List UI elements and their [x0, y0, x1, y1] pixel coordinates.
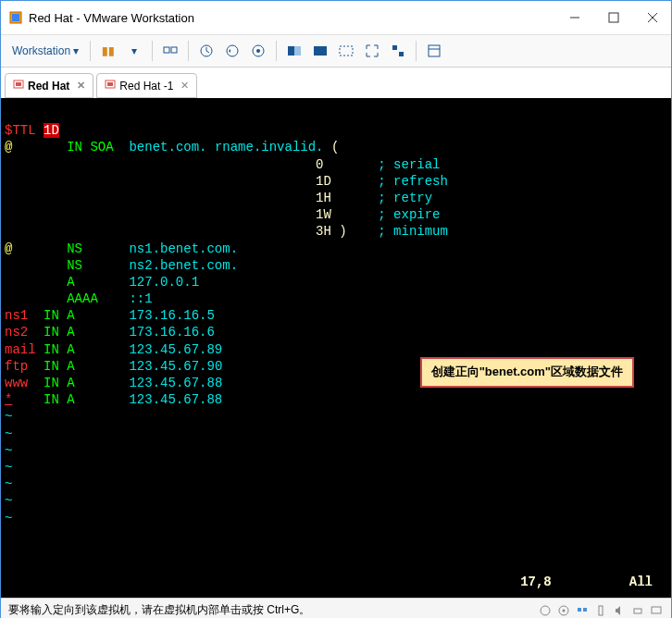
separator — [188, 41, 189, 61]
svg-point-11 — [256, 49, 260, 53]
soa-minimum: 3H ) — [316, 224, 347, 239]
revert-snapshot-button[interactable] — [220, 39, 244, 63]
svg-point-26 — [563, 609, 566, 612]
power-dropdown-button[interactable]: ▾ — [122, 39, 146, 63]
tab-close-icon[interactable]: ✕ — [77, 80, 85, 92]
rec-data: ns2.benet.com. — [129, 258, 238, 273]
tilde: ~ — [5, 443, 12, 458]
cd-icon[interactable] — [556, 603, 571, 618]
statusbar-hint: 要将输入定向到该虚拟机，请在虚拟机内部单击或按 Ctrl+G。 — [8, 602, 310, 618]
close-button[interactable] — [641, 6, 664, 29]
statusbar: 要将输入定向到该虚拟机，请在虚拟机内部单击或按 Ctrl+G。 — [1, 598, 671, 618]
disk-icon[interactable] — [538, 603, 553, 618]
tilde: ~ — [5, 511, 12, 525]
tab-close-icon[interactable]: ✕ — [180, 80, 189, 92]
rec-data: 123.45.67.90 — [129, 359, 222, 374]
rec-data: 123.45.67.89 — [129, 342, 222, 357]
soa-domain: benet.com. — [129, 140, 206, 154]
maximize-button[interactable] — [603, 6, 625, 29]
network-icon[interactable] — [575, 603, 590, 618]
svg-rect-3 — [609, 13, 618, 22]
soa-rname: rname.invalid. — [215, 140, 324, 154]
printer-icon[interactable] — [630, 603, 645, 618]
svg-rect-29 — [599, 606, 603, 615]
rec-type: AAAA — [67, 291, 98, 306]
sound-icon[interactable] — [612, 603, 627, 618]
terminal-console[interactable]: $TTL 1D @ IN SOA benet.com. rname.invali… — [1, 98, 671, 598]
usb-icon[interactable] — [593, 603, 608, 618]
send-keys-button[interactable] — [158, 39, 182, 63]
tab-vm-icon — [105, 79, 116, 93]
rec-owner: @ — [5, 241, 12, 256]
soa-owner: @ — [5, 140, 12, 154]
pause-button[interactable]: ▮▮ — [96, 39, 120, 63]
svg-rect-16 — [392, 45, 397, 50]
rec-type: A — [67, 325, 74, 340]
manage-snapshot-button[interactable] — [246, 39, 270, 63]
view-console-button[interactable] — [282, 39, 306, 63]
separator — [152, 41, 153, 61]
rec-type: A — [67, 275, 74, 290]
soa-in: IN — [67, 140, 82, 154]
separator — [90, 41, 91, 61]
tab-label: Red Hat -1 — [119, 80, 173, 93]
rec-in: IN — [44, 308, 59, 323]
rec-data: 123.45.67.88 — [129, 392, 222, 407]
rec-in: IN — [44, 359, 59, 374]
soa-refresh-comment: ; refresh — [378, 174, 448, 189]
rec-data: ::1 — [129, 291, 152, 306]
svg-rect-23 — [107, 82, 113, 86]
tab-redhat-1[interactable]: Red Hat -1 ✕ — [96, 73, 197, 98]
svg-rect-31 — [652, 607, 661, 613]
titlebar: Red Hat - VMware Workstation — [1, 1, 671, 35]
soa-expire: 1W — [316, 207, 331, 222]
rec-type: A — [67, 392, 74, 407]
rec-owner: * — [5, 392, 12, 407]
annotation-callout: 创建正向"benet.com"区域数据文件 — [420, 357, 634, 388]
rec-in: IN — [44, 392, 59, 407]
app-icon — [8, 10, 23, 25]
rec-data: 173.16.16.6 — [129, 325, 214, 340]
rec-in: IN — [44, 376, 59, 390]
svg-rect-13 — [294, 46, 301, 56]
soa-type: SOA — [90, 140, 113, 154]
svg-point-9 — [227, 45, 238, 56]
svg-rect-17 — [399, 52, 404, 56]
rec-owner: mail — [5, 342, 36, 357]
soa-retry-comment: ; retry — [378, 191, 432, 205]
soa-refresh: 1D — [316, 174, 331, 189]
rec-data: 127.0.0.1 — [129, 275, 199, 290]
tab-redhat[interactable]: Red Hat ✕ — [5, 73, 93, 98]
svg-rect-14 — [314, 46, 327, 56]
view-thumbnail-button[interactable] — [308, 39, 332, 63]
unity-button[interactable] — [386, 39, 410, 63]
rec-type: A — [67, 308, 74, 323]
soa-retry: 1H — [316, 191, 331, 205]
rec-type: A — [67, 342, 74, 357]
tab-label: Red Hat — [28, 80, 69, 93]
svg-rect-30 — [634, 609, 641, 613]
fullscreen-button[interactable] — [360, 39, 384, 63]
rec-data: 173.16.16.5 — [129, 308, 214, 323]
rec-in: IN — [44, 342, 59, 357]
svg-rect-28 — [583, 608, 587, 612]
window-title: Red Hat - VMware Workstation — [29, 11, 564, 25]
cursor-position: 17,8 — [520, 575, 552, 589]
rec-owner: ftp — [5, 359, 28, 374]
snapshot-button[interactable] — [194, 39, 218, 63]
soa-serial: 0 — [316, 157, 323, 172]
library-button[interactable] — [422, 39, 446, 63]
ttl-value: 1D — [44, 123, 59, 138]
svg-point-24 — [541, 606, 550, 615]
workstation-menu-label: Workstation — [12, 44, 70, 57]
rec-data: 123.45.67.88 — [129, 376, 222, 390]
soa-expire-comment: ; expire — [378, 207, 440, 222]
workstation-menu[interactable]: Workstation ▾ — [6, 41, 84, 61]
rec-type: NS — [67, 241, 82, 256]
chevron-down-icon: ▾ — [131, 44, 137, 57]
minimize-button[interactable] — [564, 6, 586, 29]
tab-bar: Red Hat ✕ Red Hat -1 ✕ — [1, 68, 671, 98]
view-stretch-button[interactable] — [334, 39, 358, 63]
tilde: ~ — [5, 426, 12, 441]
display-icon[interactable] — [649, 603, 664, 618]
